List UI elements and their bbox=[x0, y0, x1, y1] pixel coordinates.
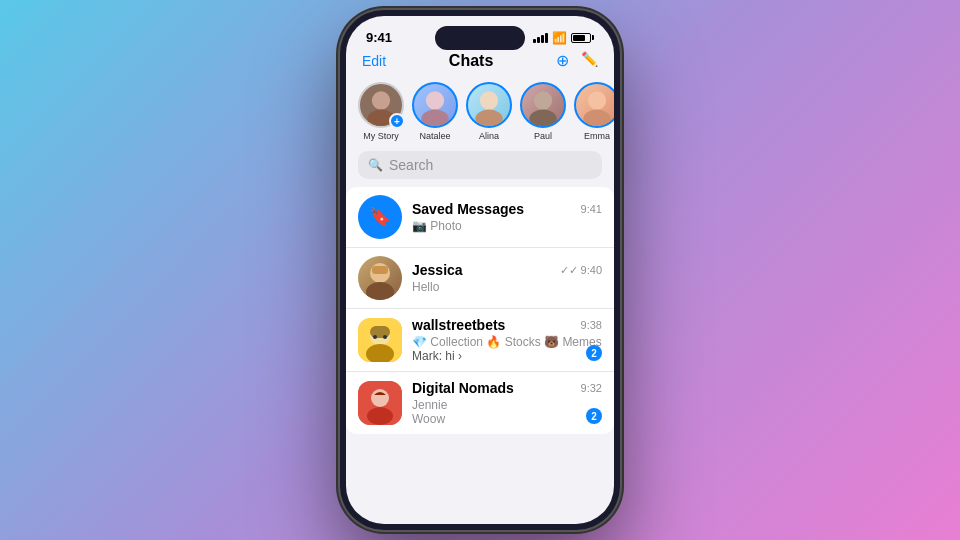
badge-digital-nomads: 2 bbox=[586, 408, 602, 424]
page-title: Chats bbox=[449, 52, 493, 70]
story-item-emma[interactable]: Emma bbox=[574, 82, 614, 141]
add-chat-icon[interactable]: ⊕ bbox=[556, 51, 569, 70]
svg-rect-12 bbox=[372, 266, 388, 274]
chat-preview-wallstreetbets-line1: 💎 Collection 🔥 Stocks 🐻 Memes... bbox=[412, 335, 602, 349]
compose-icon[interactable]: ✏️ bbox=[581, 51, 598, 70]
svg-point-17 bbox=[373, 335, 377, 339]
status-time: 9:41 bbox=[366, 30, 392, 45]
story-item-alina[interactable]: Alina bbox=[466, 82, 512, 141]
stories-row: + My Story Natalee bbox=[346, 76, 614, 151]
chat-avatar-wallstreetbets bbox=[358, 318, 402, 362]
story-item-my-story[interactable]: + My Story bbox=[358, 82, 404, 141]
search-icon: 🔍 bbox=[368, 158, 383, 172]
chat-preview-digital-nomads-line1: Jennie bbox=[412, 398, 602, 412]
chat-content-jessica: Jessica ✓✓ 9:40 Hello bbox=[412, 262, 602, 294]
story-avatar-wrap-my-story: + bbox=[358, 82, 404, 128]
chat-preview-saved: 📷 Photo bbox=[412, 219, 602, 233]
chat-time-saved: 9:41 bbox=[581, 203, 602, 215]
chat-time-jessica: ✓✓ 9:40 bbox=[560, 264, 602, 277]
status-icons: 📶 bbox=[533, 31, 594, 45]
chat-preview-jessica: Hello bbox=[412, 280, 602, 294]
search-placeholder: Search bbox=[389, 157, 433, 173]
svg-point-18 bbox=[383, 335, 387, 339]
svg-point-5 bbox=[475, 110, 502, 128]
chat-name-saved: Saved Messages bbox=[412, 201, 524, 217]
story-label-my-story: My Story bbox=[363, 131, 399, 141]
story-label-emma: Emma bbox=[584, 131, 610, 141]
nav-actions: ⊕ ✏️ bbox=[556, 51, 598, 70]
phone-screen: 9:41 📶 Edit Chats bbox=[346, 16, 614, 524]
chat-content-digital-nomads: Digital Nomads 9:32 Jennie Woow bbox=[412, 380, 602, 426]
story-avatar-wrap-natalee bbox=[412, 82, 458, 128]
chat-header-saved: Saved Messages 9:41 bbox=[412, 201, 602, 217]
chat-name-digital-nomads: Digital Nomads bbox=[412, 380, 514, 396]
svg-point-9 bbox=[583, 110, 610, 128]
story-avatar-wrap-alina bbox=[466, 82, 512, 128]
story-item-natalee[interactable]: Natalee bbox=[412, 82, 458, 141]
chat-preview-digital-nomads-line2: Woow bbox=[412, 412, 602, 426]
story-avatar-wrap-paul bbox=[520, 82, 566, 128]
story-avatar-natalee bbox=[412, 82, 458, 128]
story-label-paul: Paul bbox=[534, 131, 552, 141]
svg-point-20 bbox=[371, 389, 389, 407]
chat-content-saved: Saved Messages 9:41 📷 Photo bbox=[412, 201, 602, 233]
svg-point-0 bbox=[372, 91, 390, 109]
story-add-button[interactable]: + bbox=[389, 113, 405, 129]
story-avatar-paul bbox=[520, 82, 566, 128]
svg-point-4 bbox=[480, 91, 498, 109]
svg-point-8 bbox=[588, 91, 606, 109]
chat-preview-wallstreetbets-line2: Mark: hi › bbox=[412, 349, 602, 363]
chat-list: 🔖 Saved Messages 9:41 📷 Photo bbox=[346, 187, 614, 434]
story-label-alina: Alina bbox=[479, 131, 499, 141]
chat-item-saved-messages[interactable]: 🔖 Saved Messages 9:41 📷 Photo bbox=[346, 187, 614, 248]
battery-icon bbox=[571, 33, 594, 43]
chat-time-wallstreetbets: 9:38 bbox=[581, 319, 602, 331]
story-item-paul[interactable]: Paul bbox=[520, 82, 566, 141]
wifi-icon: 📶 bbox=[552, 31, 567, 45]
svg-point-6 bbox=[534, 91, 552, 109]
svg-point-11 bbox=[366, 282, 394, 300]
chat-content-wallstreetbets: wallstreetbets 9:38 💎 Collection 🔥 Stock… bbox=[412, 317, 602, 363]
svg-point-21 bbox=[367, 407, 393, 425]
badge-wallstreetbets: 2 bbox=[586, 345, 602, 361]
nav-bar: Edit Chats ⊕ ✏️ bbox=[346, 49, 614, 76]
svg-point-2 bbox=[426, 91, 444, 109]
chat-avatar-digital-nomads bbox=[358, 381, 402, 425]
search-bar[interactable]: 🔍 Search bbox=[358, 151, 602, 179]
chat-item-wallstreetbets[interactable]: wallstreetbets 9:38 💎 Collection 🔥 Stock… bbox=[346, 309, 614, 372]
chat-header-jessica: Jessica ✓✓ 9:40 bbox=[412, 262, 602, 278]
edit-button[interactable]: Edit bbox=[362, 53, 386, 69]
phone-frame: 9:41 📶 Edit Chats bbox=[340, 10, 620, 530]
chat-header-wallstreetbets: wallstreetbets 9:38 bbox=[412, 317, 602, 333]
story-label-natalee: Natalee bbox=[419, 131, 450, 141]
svg-point-7 bbox=[529, 110, 556, 128]
svg-rect-16 bbox=[370, 326, 390, 338]
chat-avatar-saved: 🔖 bbox=[358, 195, 402, 239]
chat-name-jessica: Jessica bbox=[412, 262, 463, 278]
chat-avatar-jessica bbox=[358, 256, 402, 300]
chat-time-digital-nomads: 9:32 bbox=[581, 382, 602, 394]
svg-point-3 bbox=[421, 110, 448, 128]
chat-header-digital-nomads: Digital Nomads 9:32 bbox=[412, 380, 602, 396]
chat-item-jessica[interactable]: Jessica ✓✓ 9:40 Hello bbox=[346, 248, 614, 309]
story-avatar-emma bbox=[574, 82, 614, 128]
story-avatar-wrap-emma bbox=[574, 82, 614, 128]
signal-icon bbox=[533, 33, 548, 43]
phone-wrapper: 9:41 📶 Edit Chats bbox=[340, 10, 620, 530]
dynamic-island bbox=[435, 26, 525, 50]
chat-name-wallstreetbets: wallstreetbets bbox=[412, 317, 505, 333]
chat-item-digital-nomads[interactable]: Digital Nomads 9:32 Jennie Woow 2 bbox=[346, 372, 614, 434]
story-avatar-alina bbox=[466, 82, 512, 128]
